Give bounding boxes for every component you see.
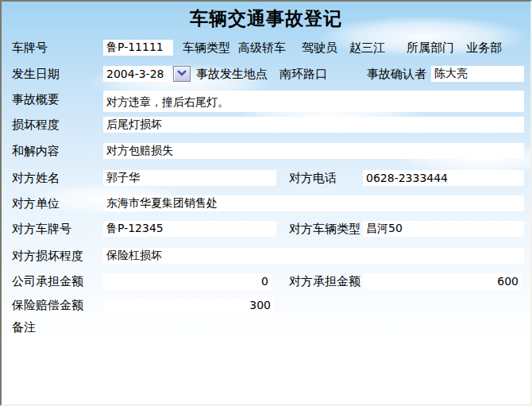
damage-label: 损坏程度 [12,117,60,133]
remarks-input[interactable] [8,338,527,402]
summary-input[interactable] [103,91,524,112]
company-amount-label: 公司承担金额 [12,273,83,289]
date-label: 发生日期 [12,66,60,82]
driver-value: 赵三江 [349,40,385,56]
department-value: 业务部 [466,40,502,56]
vehicle-type-label: 车辆类型 [183,40,230,56]
other-unit-label: 对方单位 [12,195,60,211]
damage-input[interactable] [103,117,524,133]
date-dropdown-button[interactable] [173,66,191,82]
other-phone-label: 对方电话 [289,170,337,186]
plate-input[interactable] [103,40,173,56]
vehicle-type-value: 高级轿车 [238,40,286,56]
accident-registration-window: 车辆交通事故登记 车牌号 车辆类型 高级轿车 驾驶员 赵三江 所属部门 业务部 … [0,0,532,406]
location-label: 事故发生地点 [196,66,268,82]
other-unit-input[interactable] [103,195,524,211]
other-damage-label: 对方损坏程度 [12,248,83,264]
summary-label: 事故概要 [12,91,60,107]
confirmer-label: 事故确认者 [367,66,426,82]
other-phone-input[interactable] [363,170,524,186]
remarks-label: 备注 [12,319,36,335]
other-name-input[interactable] [103,170,276,186]
page-title: 车辆交通事故登记 [2,6,530,31]
chevron-down-icon [177,70,187,78]
other-damage-input[interactable] [103,248,524,264]
other-amount-input[interactable] [363,273,522,289]
other-amount-label: 对方承担金额 [289,273,360,289]
other-vehicle-type-input[interactable] [363,221,524,237]
location-value: 南环路口 [279,66,327,82]
driver-label: 驾驶员 [302,40,337,56]
confirmer-input[interactable] [431,66,524,82]
other-name-label: 对方姓名 [12,170,60,186]
insurance-amount-label: 保险赔偿金额 [12,297,83,313]
insurance-amount-input[interactable] [103,297,274,313]
other-plate-input[interactable] [103,221,276,237]
other-plate-label: 对方车牌号 [12,221,71,237]
settlement-label: 和解内容 [12,143,60,159]
company-amount-input[interactable] [103,273,272,289]
date-input[interactable] [103,66,172,82]
department-label: 所属部门 [407,40,454,56]
other-vehicle-type-label: 对方车辆类型 [289,221,360,237]
settlement-input[interactable] [103,143,524,159]
plate-label: 车牌号 [12,40,48,56]
